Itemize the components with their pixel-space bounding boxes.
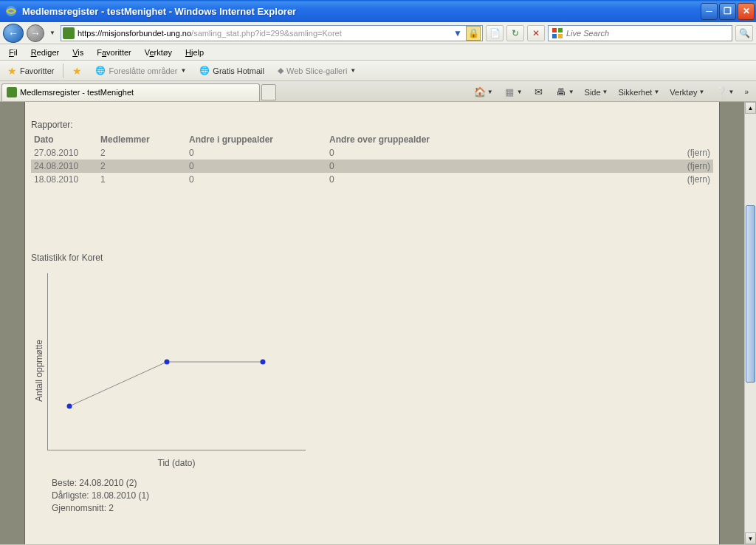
hotmail-link[interactable]: 🌐Gratis Hotmail xyxy=(195,64,269,77)
tab-favicon-icon xyxy=(7,87,17,97)
remove-link[interactable]: (fjern) xyxy=(669,173,713,186)
back-button[interactable]: ← xyxy=(3,24,24,43)
svg-point-7 xyxy=(261,360,266,365)
content-area: Rapporter: Dato Medlemmer Andre i gruppe… xyxy=(0,102,756,544)
mail-button[interactable]: ✉ xyxy=(530,85,548,100)
chart-ylabel: Antall oppmøtte xyxy=(31,273,47,468)
mail-icon: ✉ xyxy=(533,86,545,98)
close-button[interactable]: ✕ xyxy=(738,3,755,20)
menu-verktoy[interactable]: Verktøy xyxy=(139,47,178,58)
chart-xlabel: Tid (dato) xyxy=(47,458,306,468)
stop-button[interactable]: ✕ xyxy=(527,25,545,41)
separator xyxy=(63,64,63,78)
svg-point-6 xyxy=(165,360,170,365)
scroll-up-button[interactable]: ▲ xyxy=(745,102,756,114)
chart-title: Statistikk for Koret xyxy=(31,253,713,263)
url-secure-part: https://misjonsforbundet-ung.no xyxy=(78,29,191,38)
svg-point-5 xyxy=(67,404,72,409)
nav-history-dropdown[interactable]: ▼ xyxy=(47,30,58,36)
page-menu[interactable]: Side ▼ xyxy=(582,86,611,98)
minimize-button[interactable]: ─ xyxy=(701,3,718,20)
page-body: Rapporter: Dato Medlemmer Andre i gruppe… xyxy=(24,102,720,544)
table-row: 24.08.2010 2 0 0 (fjern) xyxy=(31,160,713,173)
chart-stats: Beste: 24.08.2010 (2) Dårligste: 18.08.2… xyxy=(52,477,713,514)
col-medlemmer: Medlemmer xyxy=(97,133,186,146)
svg-rect-1 xyxy=(552,28,557,32)
table-row: 18.08.2010 1 0 0 (fjern) xyxy=(31,173,713,186)
svg-rect-3 xyxy=(552,34,557,38)
safety-menu[interactable]: Sikkerhet ▼ xyxy=(616,86,663,98)
webslice-icon: ◆ xyxy=(278,66,284,75)
compat-view-button[interactable]: 📄 xyxy=(486,25,504,41)
search-provider-icon xyxy=(551,27,563,39)
menu-fil[interactable]: FFilil xyxy=(3,47,24,58)
rapporter-heading: Rapporter: xyxy=(31,120,713,130)
reports-table: Dato Medlemmer Andre i gruppealder Andre… xyxy=(31,133,713,186)
ie-small-icon: 🌐 xyxy=(199,66,210,75)
col-andre-over: Andre over gruppealder xyxy=(326,133,669,146)
remove-link[interactable]: (fjern) xyxy=(669,146,713,160)
address-bar[interactable]: https://misjonsforbundet-ung.no/samling_… xyxy=(61,25,483,41)
chart-svg xyxy=(47,273,306,458)
stat-beste: Beste: 24.08.2010 (2) xyxy=(52,477,713,490)
svg-rect-4 xyxy=(558,34,563,38)
stat-gjennomsnitt: Gjennomsnitt: 2 xyxy=(52,502,713,515)
add-favorite-button[interactable]: ★ xyxy=(68,64,86,78)
ie-logo-icon xyxy=(4,4,18,18)
site-favicon-icon xyxy=(63,27,75,39)
menu-rediger[interactable]: Rediger xyxy=(25,47,66,58)
help-icon: ❔ xyxy=(715,86,727,98)
toolbar-overflow[interactable]: » xyxy=(741,86,752,97)
search-go-button[interactable]: 🔍 xyxy=(735,25,753,41)
col-dato: Dato xyxy=(31,133,97,146)
col-andre-i: Andre i gruppealder xyxy=(186,133,326,146)
favorites-button[interactable]: ★Favoritter xyxy=(3,64,58,78)
menu-bar: FFilil Rediger Vis Favoritter Verktøy Hj… xyxy=(0,44,756,61)
print-button[interactable]: 🖶▼ xyxy=(552,85,577,100)
table-header-row: Dato Medlemmer Andre i gruppealder Andre… xyxy=(31,133,713,146)
ssl-lock-icon[interactable]: 🔒 xyxy=(466,26,481,41)
favorites-toolbar: ★Favoritter ★ 🌐Foreslåtte områder ▼ 🌐Gra… xyxy=(0,61,756,81)
search-bar[interactable] xyxy=(548,25,732,41)
star-icon: ★ xyxy=(7,65,17,77)
restore-button[interactable]: ❐ xyxy=(719,3,736,20)
page-viewport: Rapporter: Dato Medlemmer Andre i gruppe… xyxy=(0,102,744,544)
scroll-thumb[interactable] xyxy=(746,205,755,383)
url-path-part: /samling_stat.php?id=299&samling=Koret xyxy=(191,29,342,38)
refresh-button[interactable]: ↻ xyxy=(506,25,524,41)
rss-icon: ▦ xyxy=(504,86,515,98)
new-tab-button[interactable] xyxy=(261,84,276,100)
tools-menu[interactable]: Verktøy ▼ xyxy=(667,86,707,98)
window-titlebar: Medlemsregister - testMenighet - Windows… xyxy=(0,0,756,22)
search-input[interactable] xyxy=(566,29,729,38)
home-button[interactable]: 🏠▼ xyxy=(471,85,496,100)
tab-active[interactable]: Medlemsregister - testMenighet xyxy=(1,83,260,101)
home-icon: 🏠 xyxy=(474,86,486,98)
suggested-sites-button[interactable]: 🌐Foreslåtte områder ▼ xyxy=(91,64,190,77)
menu-favoritter[interactable]: Favoritter xyxy=(91,47,137,58)
remove-link[interactable]: (fjern) xyxy=(669,160,713,173)
window-title: Medlemsregister - testMenighet - Windows… xyxy=(22,6,701,17)
star-plus-icon: ★ xyxy=(72,65,82,77)
address-dropdown-icon[interactable]: ▼ xyxy=(450,26,465,41)
webslice-button[interactable]: ◆Web Slice-galleri ▼ xyxy=(273,64,360,77)
table-row: 27.08.2010 2 0 0 (fjern) xyxy=(31,146,713,160)
svg-rect-2 xyxy=(558,28,563,32)
feeds-button[interactable]: ▦▼ xyxy=(501,85,526,100)
forward-button[interactable]: → xyxy=(27,24,44,42)
ie-small-icon: 🌐 xyxy=(95,66,106,75)
chart-plot xyxy=(47,273,306,458)
menu-vis[interactable]: Vis xyxy=(66,47,89,58)
tab-strip: Medlemsregister - testMenighet 🏠▼ ▦▼ ✉ 🖶… xyxy=(0,81,756,102)
vertical-scrollbar[interactable]: ▲ ▼ xyxy=(744,102,756,544)
print-icon: 🖶 xyxy=(555,86,567,98)
navigation-toolbar: ← → ▼ https://misjonsforbundet-ung.no/sa… xyxy=(0,22,756,44)
menu-hjelp[interactable]: Hjelp xyxy=(179,47,210,58)
help-button[interactable]: ❔▼ xyxy=(712,85,738,100)
tab-title: Medlemsregister - testMenighet xyxy=(20,88,134,97)
scroll-down-button[interactable]: ▼ xyxy=(745,532,756,544)
stat-darligste: Dårligste: 18.08.2010 (1) xyxy=(52,490,713,502)
